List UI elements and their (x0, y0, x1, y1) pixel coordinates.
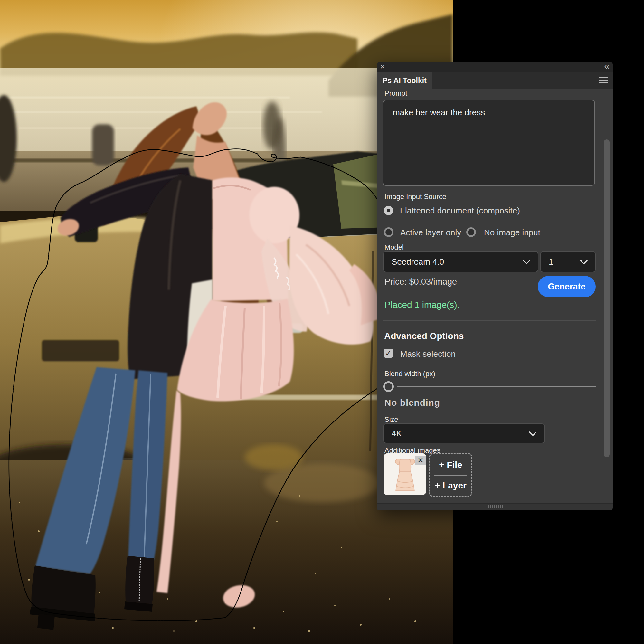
price-text: Price: $0.03/image (384, 277, 457, 287)
add-file-button[interactable]: + File (430, 460, 471, 470)
status-message: Placed 1 image(s). (384, 300, 459, 310)
image-input-source-label: Image Input Source (384, 193, 446, 201)
model-select[interactable]: Seedream 4.0 (383, 251, 538, 272)
application-canvas: ✕ « Ps AI Toolkit Prompt make her wear t… (0, 0, 644, 644)
panel-content: Prompt make her wear the dress Image Inp… (377, 89, 613, 502)
radio-active-layer-only-label[interactable]: Active layer only (400, 228, 461, 237)
mask-selection-checkbox[interactable]: ✓ (384, 349, 393, 358)
radio-flattened-document-label[interactable]: Flattened document (composite) (400, 206, 520, 215)
additional-image-thumbnail[interactable]: ✕ (384, 453, 426, 495)
collapse-chevrons-icon[interactable]: « (604, 61, 609, 71)
panel-header-bar[interactable]: ✕ « (377, 62, 613, 72)
generate-button[interactable]: Generate (538, 276, 596, 297)
car-grille (42, 340, 119, 361)
add-image-dropzone: + File + Layer (429, 453, 472, 497)
image-count-value: 1 (549, 257, 553, 267)
blend-width-slider-track[interactable] (397, 386, 596, 387)
advanced-options-heading: Advanced Options (384, 331, 464, 341)
section-divider (383, 320, 596, 321)
radio-no-image-input-label[interactable]: No image input (484, 228, 540, 237)
size-select[interactable]: 4K (383, 423, 545, 443)
size-select-value: 4K (392, 429, 402, 439)
panel-scrollbar-thumb[interactable] (604, 139, 610, 457)
model-select-value: Seedream 4.0 (392, 257, 444, 267)
chevron-down-icon (522, 256, 530, 264)
distant-figure (263, 101, 281, 150)
image-count-select[interactable]: 1 (540, 251, 596, 272)
bollard (92, 124, 114, 166)
prompt-input[interactable]: make her wear the dress (383, 100, 595, 186)
blend-width-label: Blend width (px) (384, 370, 435, 378)
panel-bottom-bar (377, 503, 613, 510)
model-label: Model (384, 243, 404, 251)
panel-tab-row: Ps AI Toolkit (377, 72, 613, 89)
mask-selection-label[interactable]: Mask selection (400, 349, 456, 359)
ps-ai-toolkit-panel: ✕ « Ps AI Toolkit Prompt make her wear t… (377, 62, 613, 510)
blend-width-slider-knob[interactable] (383, 381, 394, 392)
prompt-label: Prompt (384, 89, 407, 98)
radio-flattened-document[interactable] (384, 206, 393, 215)
radio-active-layer-only[interactable] (384, 227, 393, 237)
add-layer-button[interactable]: + Layer (430, 480, 471, 491)
add-box-divider (434, 475, 467, 476)
tab-ps-ai-toolkit[interactable]: Ps AI Toolkit (377, 72, 432, 89)
radio-no-image-input[interactable] (466, 227, 476, 237)
size-label: Size (384, 415, 398, 424)
chevron-down-icon (580, 256, 588, 264)
panel-menu-icon[interactable] (599, 77, 608, 84)
blend-width-value-text: No blending (384, 398, 440, 408)
remove-image-icon[interactable]: ✕ (415, 456, 426, 465)
chevron-down-icon (529, 428, 537, 436)
close-icon[interactable]: ✕ (380, 63, 385, 71)
resize-grip-icon[interactable] (488, 505, 503, 508)
